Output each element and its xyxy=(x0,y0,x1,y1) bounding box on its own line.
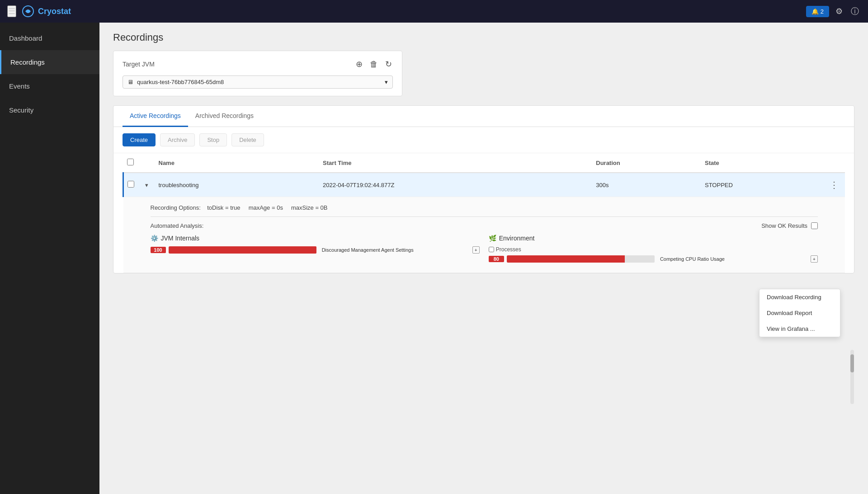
header-row: Name Start Time Duration State xyxy=(123,153,845,173)
options-divider xyxy=(151,216,818,217)
score-bar-label-0: Discouraged Management Agent Settings xyxy=(319,247,470,253)
row-duration-cell: 300s xyxy=(592,173,701,197)
add-target-button[interactable]: ⊕ xyxy=(355,58,363,70)
hamburger-button[interactable]: ☰ xyxy=(7,5,16,17)
table-body: ▾ troubleshooting 2022-04-07T19:02:44.87… xyxy=(123,173,845,273)
recording-max-size: maxSize = 0B xyxy=(291,204,328,211)
env-item-expand-btn-0[interactable]: + xyxy=(811,255,818,263)
app-title: Cryostat xyxy=(38,7,71,16)
header-start-time: Start Time xyxy=(319,153,592,173)
env-score-bar-track-0 xyxy=(507,255,655,263)
jvm-internals-title: ⚙️ JVM Internals xyxy=(151,235,480,242)
table-container: Name Start Time Duration State xyxy=(113,153,854,273)
target-selector-left: 🖥 quarkus-test-76bb776845-65dm8 xyxy=(127,79,224,85)
processes-subcategory: Processes xyxy=(489,246,818,253)
target-selector-icon: 🖥 xyxy=(127,79,133,85)
row-checkbox[interactable] xyxy=(127,181,134,188)
env-score-bar-fill-0 xyxy=(507,255,625,263)
sidebar-item-events[interactable]: Events xyxy=(0,74,99,98)
category-environment: 🌿 Environment Processes xyxy=(489,235,818,265)
header-checkbox-col xyxy=(123,153,142,173)
row-name-cell: troubleshooting xyxy=(155,173,320,197)
navbar: ☰ Cryostat 🔔 2 ⚙ ⓘ xyxy=(0,0,868,23)
header-expand-col xyxy=(142,153,155,173)
target-selector[interactable]: 🖥 quarkus-test-76bb776845-65dm8 ▾ xyxy=(123,75,393,89)
create-button[interactable]: Create xyxy=(123,133,156,146)
header-state: State xyxy=(701,153,823,173)
expanded-row: Recording Options: toDisk = true maxAge … xyxy=(123,197,845,273)
context-menu-download-report[interactable]: Download Report xyxy=(760,305,840,321)
context-menu-view-grafana[interactable]: View in Grafana ... xyxy=(760,321,840,337)
sidebar-label-events: Events xyxy=(9,82,30,90)
target-jvm-card: Target JVM ⊕ 🗑 ↻ 🖥 quarkus-test-76bb7768… xyxy=(113,51,402,96)
show-ok-checkbox[interactable] xyxy=(811,222,818,229)
analysis-title: Automated Analysis: xyxy=(151,222,204,229)
recordings-panel: Active Recordings Archived Recordings Cr… xyxy=(113,105,854,273)
row-expand-icon[interactable]: ▾ xyxy=(145,182,148,188)
recordings-toolbar: Create Archive Stop Delete xyxy=(113,127,854,153)
header-duration: Duration xyxy=(592,153,701,173)
show-ok-label: Show OK Results xyxy=(761,222,807,229)
row-checkbox-cell xyxy=(123,173,142,197)
score-bar-track-0 xyxy=(169,246,316,254)
recording-options: Recording Options: toDisk = true maxAge … xyxy=(151,204,818,211)
archive-button[interactable]: Archive xyxy=(160,133,195,146)
env-score-badge-0: 80 xyxy=(489,256,504,262)
expanded-row-content: Recording Options: toDisk = true maxAge … xyxy=(123,197,845,273)
row-context-menu-button[interactable]: ⋮ xyxy=(827,179,841,191)
select-all-checkbox[interactable] xyxy=(127,159,134,165)
refresh-target-button[interactable]: ↻ xyxy=(384,58,393,70)
table-row: ▾ troubleshooting 2022-04-07T19:02:44.87… xyxy=(123,173,845,197)
sidebar-item-dashboard[interactable]: Dashboard xyxy=(0,26,99,50)
recordings-table: Name Start Time Duration State xyxy=(123,153,845,273)
sidebar-label-dashboard: Dashboard xyxy=(9,34,42,42)
recording-options-label: Recording Options: xyxy=(151,204,201,211)
header-actions xyxy=(823,153,845,173)
analysis-header: Automated Analysis: Show OK Results xyxy=(151,222,818,229)
target-jvm-label: Target JVM xyxy=(123,61,155,68)
tabs-container: Active Recordings Archived Recordings xyxy=(113,106,854,127)
table-header: Name Start Time Duration State xyxy=(123,153,845,173)
scrollbar[interactable] xyxy=(850,350,854,404)
sidebar-label-recordings: Recordings xyxy=(10,58,45,66)
environment-title: 🌿 Environment xyxy=(489,235,818,242)
tab-archived-recordings[interactable]: Archived Recordings xyxy=(188,106,261,127)
navbar-right: 🔔 2 ⚙ ⓘ xyxy=(806,4,861,19)
sidebar-item-security[interactable]: Security xyxy=(0,98,99,122)
score-bar-fill-0 xyxy=(169,246,316,254)
logo-icon xyxy=(22,5,34,18)
recording-to-disk: toDisk = true xyxy=(207,204,240,211)
navbar-left: ☰ Cryostat xyxy=(7,5,71,18)
processes-checkbox[interactable] xyxy=(489,247,494,252)
delete-target-button[interactable]: 🗑 xyxy=(369,58,379,70)
score-badge-0: 100 xyxy=(151,247,166,253)
tab-active-recordings[interactable]: Active Recordings xyxy=(123,106,188,127)
target-selector-value: quarkus-test-76bb776845-65dm8 xyxy=(137,79,224,85)
scrollbar-thumb xyxy=(850,354,854,372)
environment-icon: 🌿 xyxy=(489,235,496,242)
header-name: Name xyxy=(155,153,320,173)
recording-max-age: maxAge = 0s xyxy=(249,204,283,211)
item-expand-btn-0[interactable]: + xyxy=(472,246,480,254)
environment-item-0: 80 Competing CPU Ratio Usage + xyxy=(489,255,818,263)
delete-button[interactable]: Delete xyxy=(231,133,264,146)
sidebar: Dashboard Recordings Events Security xyxy=(0,23,99,494)
env-score-bar-label-0: Competing CPU Ratio Usage xyxy=(657,256,808,262)
analysis-grid: ⚙️ JVM Internals 100 xyxy=(151,235,818,265)
context-menu: Download Recording Download Report View … xyxy=(759,289,840,337)
app-logo: Cryostat xyxy=(22,5,71,18)
processes-label: Processes xyxy=(496,246,521,253)
help-button[interactable]: ⓘ xyxy=(849,4,861,19)
context-menu-download-recording[interactable]: Download Recording xyxy=(760,289,840,305)
jvm-internals-item-0: 100 Discouraged Management Agent Setting… xyxy=(151,246,480,254)
settings-button[interactable]: ⚙ xyxy=(834,5,844,18)
main-content: Recordings Target JVM ⊕ 🗑 ↻ 🖥 quarkus-te… xyxy=(99,23,868,494)
sidebar-label-security: Security xyxy=(9,106,33,114)
jvm-internals-icon: ⚙️ xyxy=(151,235,158,242)
notification-button[interactable]: 🔔 2 xyxy=(806,6,829,17)
stop-button[interactable]: Stop xyxy=(199,133,227,146)
row-start-time-cell: 2022-04-07T19:02:44.877Z xyxy=(319,173,592,197)
sidebar-item-recordings[interactable]: Recordings xyxy=(0,50,99,74)
page-title: Recordings xyxy=(113,32,854,43)
show-ok-results: Show OK Results xyxy=(761,222,818,229)
